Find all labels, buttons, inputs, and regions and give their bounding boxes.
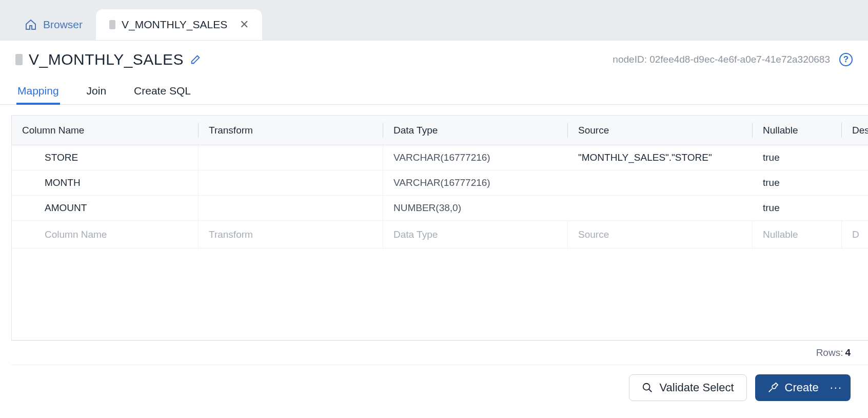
title-wrap: V_MONTHLY_SALES bbox=[15, 51, 201, 68]
cell-source[interactable]: "MONTHLY_SALES"."STORE" bbox=[568, 145, 753, 170]
subtab-mapping[interactable]: Mapping bbox=[17, 85, 59, 104]
cell-source[interactable] bbox=[568, 170, 753, 195]
header-right: nodeID: 02fee4d8-d9ec-4e6f-a0e7-41e72a32… bbox=[613, 53, 853, 66]
cell-nullable[interactable]: true bbox=[753, 145, 842, 170]
cell-nullable[interactable]: true bbox=[753, 196, 842, 220]
tab-browser[interactable]: Browser bbox=[11, 9, 96, 40]
document-icon bbox=[15, 54, 23, 65]
rows-count: 4 bbox=[845, 347, 851, 358]
page-title: V_MONTHLY_SALES bbox=[29, 51, 184, 68]
rows-label: Rows: bbox=[816, 347, 843, 358]
grid-footer: Rows: 4 bbox=[11, 340, 868, 365]
node-id: nodeID: 02fee4d8-d9ec-4e6f-a0e7-41e72a32… bbox=[613, 54, 830, 65]
header-data-type[interactable]: Data Type bbox=[383, 116, 568, 145]
table-row[interactable]: MONTH VARCHAR(16777216) true bbox=[12, 170, 868, 196]
cell-data-type[interactable]: Data Type bbox=[383, 221, 568, 248]
cell-source[interactable]: Source bbox=[568, 221, 753, 248]
create-label: Create bbox=[785, 381, 819, 394]
header-nullable[interactable]: Nullable bbox=[753, 116, 842, 145]
panel-header: V_MONTHLY_SALES nodeID: 02fee4d8-d9ec-4e… bbox=[0, 50, 868, 72]
cell-transform[interactable] bbox=[199, 145, 383, 170]
cell-column-name[interactable]: MONTH bbox=[12, 170, 199, 195]
tab-browser-label: Browser bbox=[43, 18, 83, 31]
header-source[interactable]: Source bbox=[568, 116, 753, 145]
table-row-new[interactable]: Column Name Transform Data Type Source N… bbox=[12, 221, 868, 249]
cell-transform[interactable] bbox=[199, 170, 383, 195]
cell-source[interactable] bbox=[568, 196, 753, 220]
cell-data-type[interactable]: VARCHAR(16777216) bbox=[383, 170, 568, 195]
main-panel: V_MONTHLY_SALES nodeID: 02fee4d8-d9ec-4e… bbox=[0, 40, 868, 418]
validate-select-button[interactable]: Validate Select bbox=[629, 374, 746, 401]
cell-column-name[interactable]: STORE bbox=[12, 145, 199, 170]
cell-description[interactable]: D bbox=[842, 221, 868, 248]
cell-description[interactable] bbox=[842, 196, 868, 220]
cell-transform[interactable]: Transform bbox=[199, 221, 383, 248]
document-icon bbox=[109, 20, 115, 29]
action-bar: Validate Select Create ··· bbox=[11, 365, 868, 410]
subtab-join[interactable]: Join bbox=[87, 85, 107, 104]
close-icon[interactable]: ✕ bbox=[240, 19, 249, 30]
grid-spacer bbox=[12, 249, 868, 340]
edit-icon[interactable] bbox=[190, 54, 201, 65]
svg-point-0 bbox=[643, 384, 650, 390]
mapping-grid: Column Name Transform Data Type Source N… bbox=[11, 115, 868, 340]
cell-transform[interactable] bbox=[199, 196, 383, 220]
sub-tabs: Mapping Join Create SQL bbox=[0, 72, 868, 105]
cell-data-type[interactable]: VARCHAR(16777216) bbox=[383, 145, 568, 170]
cell-column-name[interactable]: Column Name bbox=[12, 221, 199, 248]
help-icon[interactable]: ? bbox=[839, 53, 853, 66]
create-button[interactable]: Create ··· bbox=[755, 374, 851, 401]
cell-column-name[interactable]: AMOUNT bbox=[12, 196, 199, 220]
more-icon[interactable]: ··· bbox=[830, 381, 842, 394]
header-column-name[interactable]: Column Name bbox=[12, 116, 199, 145]
header-description[interactable]: Des bbox=[842, 116, 868, 145]
cell-description[interactable] bbox=[842, 170, 868, 195]
grid-header: Column Name Transform Data Type Source N… bbox=[12, 116, 868, 145]
subtab-create-sql[interactable]: Create SQL bbox=[134, 85, 191, 104]
magnify-icon bbox=[642, 382, 653, 393]
tab-active-label: V_MONTHLY_SALES bbox=[122, 18, 227, 31]
cell-data-type[interactable]: NUMBER(38,0) bbox=[383, 196, 568, 220]
cell-description[interactable] bbox=[842, 145, 868, 170]
table-row[interactable]: STORE VARCHAR(16777216) "MONTHLY_SALES".… bbox=[12, 145, 868, 170]
svg-line-1 bbox=[649, 389, 652, 392]
tabs-bar: Browser V_MONTHLY_SALES ✕ bbox=[0, 0, 868, 40]
cell-nullable[interactable]: true bbox=[753, 170, 842, 195]
header-transform[interactable]: Transform bbox=[199, 116, 383, 145]
home-icon bbox=[25, 18, 37, 31]
table-row[interactable]: AMOUNT NUMBER(38,0) true bbox=[12, 196, 868, 221]
wrench-icon bbox=[767, 382, 779, 393]
tab-active[interactable]: V_MONTHLY_SALES ✕ bbox=[96, 9, 262, 40]
validate-label: Validate Select bbox=[659, 381, 734, 394]
cell-nullable[interactable]: Nullable bbox=[753, 221, 842, 248]
